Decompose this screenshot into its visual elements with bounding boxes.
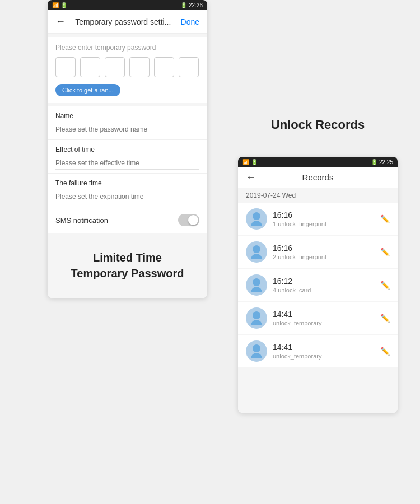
record-time: 16:12 — [273, 277, 380, 286]
records-bottom — [238, 368, 398, 413]
person-icon — [246, 241, 267, 263]
record-item: 16:16 1 unlock_fingerprint ✏️ — [238, 203, 398, 236]
right-status-left: 📶 🔋 — [242, 159, 258, 165]
avatar — [246, 274, 267, 296]
promo-title: Limited TimeTemporary Password — [59, 250, 196, 281]
left-top-bar: ← Temporary password setti... Done — [48, 10, 207, 34]
person-head — [253, 245, 260, 253]
left-status-bar: 📶 🔋 🔋 22:26 — [48, 0, 207, 10]
record-time: 16:16 — [273, 244, 380, 253]
edit-icon[interactable]: ✏️ — [380, 281, 390, 290]
sms-row: SMS notification — [48, 207, 207, 233]
person-head — [253, 311, 260, 319]
name-label: Name — [55, 112, 199, 120]
person-body — [251, 353, 262, 358]
effect-group: Effect of time — [48, 140, 207, 174]
record-type: 1 unlock_fingerprint — [273, 221, 380, 227]
person-body — [251, 320, 262, 325]
person-icon — [246, 307, 267, 329]
password-boxes — [55, 57, 199, 77]
person-icon — [246, 208, 267, 230]
form-section: Name Effect of time The failure time SMS… — [48, 106, 207, 233]
record-info: 16:12 4 unlock_card — [273, 277, 380, 293]
person-body — [251, 221, 262, 226]
effect-input[interactable] — [55, 157, 199, 170]
right-panel: 📶 🔋 🔋 22:25 ← Records 2019-07-24 Wed 16:… — [238, 157, 398, 413]
random-button[interactable]: Click to get a ran... — [55, 84, 120, 96]
record-type: unlock_temporary — [273, 320, 380, 326]
record-item: 16:12 4 unlock_card ✏️ — [238, 269, 398, 302]
person-head — [253, 344, 260, 352]
status-left-icons: 📶 🔋 — [52, 2, 67, 8]
name-group: Name — [48, 106, 207, 140]
status-right-time: 🔋 22:26 — [180, 2, 203, 8]
failure-label: The failure time — [55, 179, 199, 187]
record-type: 2 unlock_fingerprint — [273, 254, 380, 260]
person-body — [251, 287, 262, 292]
pwd-box-1[interactable] — [55, 57, 76, 77]
record-item: 16:16 2 unlock_fingerprint ✏️ — [238, 236, 398, 269]
pwd-box-6[interactable] — [179, 57, 199, 77]
avatar — [246, 307, 267, 329]
right-status-time: 🔋 22:25 — [371, 159, 393, 165]
pwd-box-2[interactable] — [80, 57, 100, 77]
record-info: 16:16 1 unlock_fingerprint — [273, 211, 380, 227]
edit-icon[interactable]: ✏️ — [380, 347, 390, 356]
edit-icon[interactable]: ✏️ — [380, 314, 390, 323]
record-time: 16:16 — [273, 211, 380, 220]
records-title: Records — [302, 172, 334, 182]
failure-group: The failure time — [48, 174, 207, 207]
effect-label: Effect of time — [55, 146, 199, 153]
pwd-box-3[interactable] — [105, 57, 125, 77]
avatar — [246, 340, 267, 362]
done-button[interactable]: Done — [181, 17, 199, 26]
unlock-heading: Unlock Records — [238, 118, 398, 132]
left-panel: 📶 🔋 🔋 22:26 ← Temporary password setti..… — [48, 0, 207, 298]
records-header: ← Records — [238, 167, 398, 188]
avatar — [246, 208, 267, 230]
pwd-box-5[interactable] — [154, 57, 174, 77]
right-status-bar: 📶 🔋 🔋 22:25 — [238, 157, 398, 167]
sms-toggle[interactable] — [178, 214, 199, 226]
name-input[interactable] — [55, 123, 199, 136]
bottom-promo: Limited TimeTemporary Password — [48, 233, 207, 298]
person-body — [251, 254, 262, 259]
records-list: 16:16 1 unlock_fingerprint ✏️ 16:16 2 un… — [238, 203, 398, 368]
record-info: 14:41 unlock_temporary — [273, 343, 380, 360]
record-time: 14:41 — [273, 343, 380, 352]
record-info: 14:41 unlock_temporary — [273, 310, 380, 326]
person-icon — [246, 340, 267, 362]
password-section: Please enter temporary password Click to… — [48, 37, 207, 103]
record-time: 14:41 — [273, 310, 380, 319]
record-type: unlock_temporary — [273, 353, 380, 360]
edit-icon[interactable]: ✏️ — [380, 248, 390, 256]
page-title: Temporary password setti... — [75, 17, 171, 26]
avatar — [246, 241, 267, 263]
pwd-box-4[interactable] — [129, 57, 150, 77]
record-item: 14:41 unlock_temporary ✏️ — [238, 335, 398, 368]
sms-label: SMS notification — [55, 216, 108, 225]
date-header: 2019-07-24 Wed — [238, 188, 398, 203]
records-back-button[interactable]: ← — [246, 171, 256, 183]
person-head — [253, 278, 260, 286]
record-type: 4 unlock_card — [273, 287, 380, 293]
record-item: 14:41 unlock_temporary ✏️ — [238, 302, 398, 335]
back-button[interactable]: ← — [55, 16, 66, 27]
edit-icon[interactable]: ✏️ — [380, 214, 390, 223]
record-info: 16:16 2 unlock_fingerprint — [273, 244, 380, 260]
person-head — [253, 212, 260, 220]
person-icon — [246, 274, 267, 296]
failure-input[interactable] — [55, 190, 199, 203]
password-hint: Please enter temporary password — [55, 44, 199, 52]
